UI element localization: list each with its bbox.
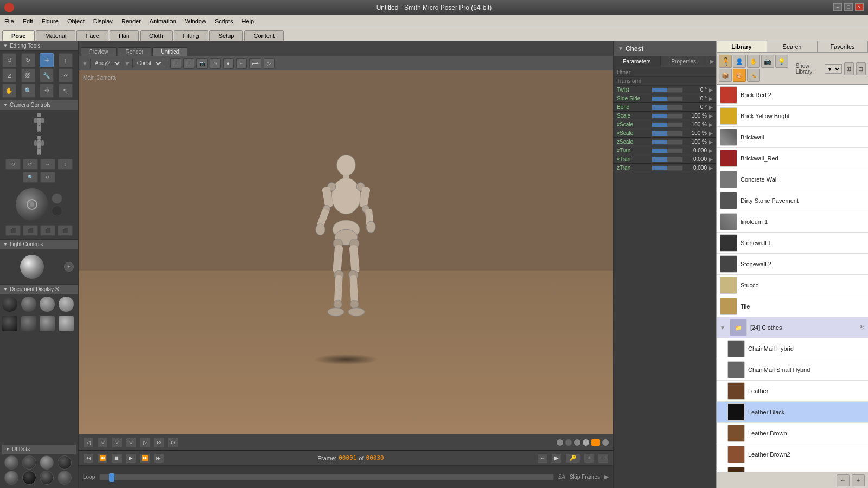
dot-2[interactable] [22, 455, 36, 470]
param-tab-parameters[interactable]: Parameters [614, 56, 661, 67]
sphere-6[interactable] [21, 316, 36, 331]
menu-window[interactable]: Window [181, 15, 210, 27]
tl-key-1[interactable]: ← [537, 453, 548, 463]
minimize-button[interactable]: − [833, 3, 842, 11]
vp-btn-5[interactable]: ● [223, 58, 234, 69]
tool-chain[interactable]: ⛓ [21, 68, 35, 82]
vp-tab-untitled[interactable]: Untitled [152, 47, 187, 56]
lib-icon-pose[interactable]: 🤸 [747, 69, 760, 82]
cam-btn-9[interactable]: ⬛ [40, 225, 55, 236]
lib-item-stonewall-2[interactable]: Stonewall 2 [717, 254, 868, 275]
tab-content[interactable]: Content [244, 30, 284, 41]
lib-item-leather[interactable]: Leather [717, 381, 868, 402]
sphere-7[interactable] [40, 316, 55, 331]
viewport-canvas[interactable]: Main Camera [79, 70, 613, 434]
close-button[interactable]: × [855, 3, 864, 11]
param-zscale-slider[interactable] [652, 139, 683, 145]
lib-icon-light[interactable]: 💡 [775, 55, 788, 68]
cam-btn-6[interactable]: ↺ [40, 172, 55, 183]
param-tab-arrow[interactable]: ▶ [707, 56, 716, 67]
tool-magnet[interactable]: 🔧 [40, 68, 54, 82]
param-xtran-arrow[interactable]: ▶ [709, 148, 713, 153]
tool-rotate[interactable]: ↺ [2, 53, 16, 67]
tab-cloth[interactable]: Cloth [140, 30, 173, 41]
status-dot-5[interactable] [591, 439, 600, 446]
tab-hair[interactable]: Hair [110, 30, 139, 41]
lib-item-chainmail-hybrid[interactable]: ChainMail Hybrid [717, 338, 868, 359]
tool-wave[interactable]: 〰 [59, 68, 73, 82]
tool-pan[interactable]: ✥ [40, 84, 54, 98]
lib-tab-favorites[interactable]: Favorites [818, 41, 868, 52]
vp-btn-3[interactable]: 📷 [196, 58, 208, 69]
skip-frames-arrow[interactable]: ▶ [604, 473, 609, 480]
vp-tab-preview[interactable]: Preview [81, 47, 117, 56]
cam-dot-1[interactable] [52, 193, 62, 204]
ui-dots-header[interactable]: ▼ UI Dots [2, 445, 76, 454]
vp-bottom-btn-4[interactable]: ▽ [125, 437, 136, 448]
figure-select[interactable]: Andy2 [90, 59, 122, 68]
camera-controls-header[interactable]: ▼ Camera Controls [0, 100, 78, 110]
tool-move[interactable]: ✛ [40, 53, 54, 67]
editing-tools-header[interactable]: ▼ Editing Tools [0, 41, 78, 51]
lib-item-stucco[interactable]: Stucco [717, 275, 868, 296]
tool-select[interactable]: ↖ [59, 84, 73, 98]
vp-bottom-btn-7[interactable]: ⊙ [168, 437, 178, 448]
vp-btn-2[interactable]: ⬚ [183, 58, 194, 69]
param-twist-slider[interactable] [652, 87, 683, 93]
param-side-side-slider[interactable] [652, 96, 683, 101]
lib-icon-figure[interactable]: 🧍 [719, 55, 732, 68]
tool-taper[interactable]: ⊿ [2, 68, 16, 82]
param-xscale-arrow[interactable]: ▶ [709, 122, 713, 127]
tl-prev-key[interactable]: ⏪ [97, 453, 108, 463]
light-add-btn[interactable]: + [64, 262, 74, 272]
lib-bottom-add[interactable]: + [852, 474, 865, 486]
tl-stop[interactable]: ⏹ [111, 453, 122, 463]
menu-figure[interactable]: Figure [37, 15, 63, 27]
param-zscale-arrow[interactable]: ▶ [709, 139, 713, 145]
lib-collapse-btn[interactable]: ⊟ [856, 62, 866, 75]
cam-btn-8[interactable]: ⬛ [23, 225, 38, 236]
vp-btn-6[interactable]: ↔ [236, 58, 247, 69]
dot-5[interactable] [4, 471, 18, 485]
status-dot-6[interactable] [602, 439, 609, 446]
status-dot-3[interactable] [574, 439, 580, 446]
cam-btn-10[interactable]: ⬛ [58, 225, 73, 236]
param-ztran-slider[interactable] [652, 165, 683, 171]
param-scale-arrow[interactable]: ▶ [709, 113, 713, 119]
lib-item-leather-brown2[interactable]: Leather Brown2 [717, 444, 868, 465]
tl-forward[interactable]: ⏭ [154, 453, 164, 463]
param-xtran-slider[interactable] [652, 148, 683, 153]
tab-pose[interactable]: Pose [2, 30, 35, 41]
lib-item-brick-red-2[interactable]: Brick Red 2 [717, 85, 868, 106]
sphere-3[interactable] [40, 297, 55, 312]
param-side-side-arrow[interactable]: ▶ [709, 96, 713, 101]
tl-rewind[interactable]: ⏮ [83, 453, 94, 463]
vp-btn-8[interactable]: ▷ [264, 58, 275, 69]
show-library-select[interactable]: ▼ [825, 64, 842, 74]
lib-item-chainmail-small[interactable]: ChainMail Small Hybrid [717, 359, 868, 381]
tab-setup[interactable]: Setup [209, 30, 244, 41]
param-yscale-slider[interactable] [652, 131, 683, 136]
param-bend-arrow[interactable]: ▶ [709, 105, 713, 110]
param-tab-properties[interactable]: Properties [661, 56, 708, 67]
param-yscale-arrow[interactable]: ▶ [709, 131, 713, 136]
light-ball[interactable] [20, 255, 44, 279]
param-twist-arrow[interactable]: ▶ [709, 87, 713, 93]
doc-display-header[interactable]: ▼ Document Display S [0, 285, 78, 294]
menu-help[interactable]: Help [238, 15, 259, 27]
lib-item-dirty-stone[interactable]: Dirty Stone Pavement [717, 190, 868, 211]
param-ztran-arrow[interactable]: ▶ [709, 165, 713, 171]
lib-item-brickwall[interactable]: Brickwall [717, 127, 868, 148]
vp-btn-1[interactable]: ⬚ [170, 58, 181, 69]
lib-item-tile[interactable]: Tile [717, 296, 868, 317]
vp-bottom-btn-6[interactable]: ⊙ [154, 437, 164, 448]
maximize-button[interactable]: □ [844, 3, 853, 11]
sphere-8[interactable] [59, 316, 74, 331]
body-part-select[interactable]: Chest [132, 59, 163, 68]
lib-item-leather-brown[interactable]: Leather Brown [717, 423, 868, 444]
tl-plus[interactable]: + [584, 453, 595, 463]
param-ytran-slider[interactable] [652, 157, 683, 162]
lib-item-clothes-folder[interactable]: ▼ 📁 [24] Clothes ↻ [717, 317, 868, 338]
cam-btn-3[interactable]: ↔ [40, 159, 55, 170]
status-dot-1[interactable] [557, 439, 563, 446]
